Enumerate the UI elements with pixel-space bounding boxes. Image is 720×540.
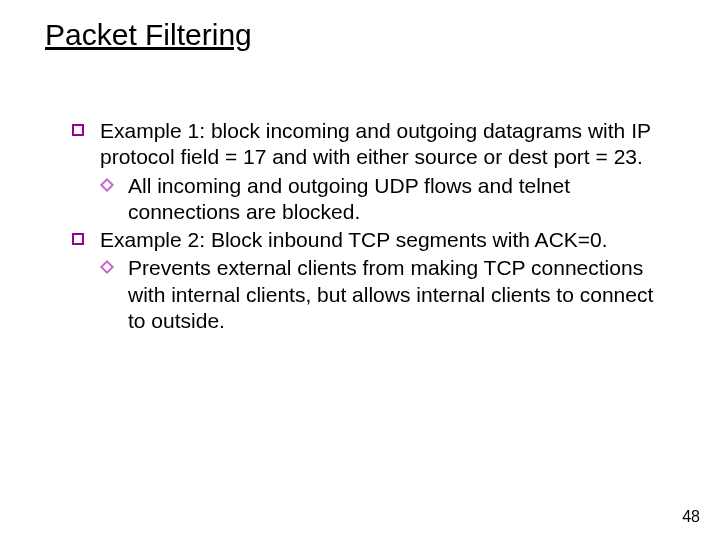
bullet-text: Example 2: Block inbound TCP segments wi… — [100, 228, 608, 251]
sub-bullet-item: All incoming and outgoing UDP flows and … — [70, 173, 660, 226]
sub-bullet-text: All incoming and outgoing UDP flows and … — [128, 174, 570, 223]
square-bullet-icon — [72, 124, 84, 136]
slide-title: Packet Filtering — [45, 18, 252, 52]
bullet-item: Example 1: block incoming and outgoing d… — [70, 118, 660, 171]
slide: Packet Filtering Example 1: block incomi… — [0, 0, 720, 540]
slide-body: Example 1: block incoming and outgoing d… — [70, 118, 660, 336]
bullet-item: Example 2: Block inbound TCP segments wi… — [70, 227, 660, 253]
square-bullet-icon — [72, 233, 84, 245]
diamond-bullet-icon — [100, 177, 114, 191]
page-number: 48 — [682, 508, 700, 526]
diamond-bullet-icon — [100, 260, 114, 274]
sub-bullet-item: Prevents external clients from making TC… — [70, 255, 660, 334]
sub-bullet-text: Prevents external clients from making TC… — [128, 256, 653, 332]
bullet-text: Example 1: block incoming and outgoing d… — [100, 119, 651, 168]
